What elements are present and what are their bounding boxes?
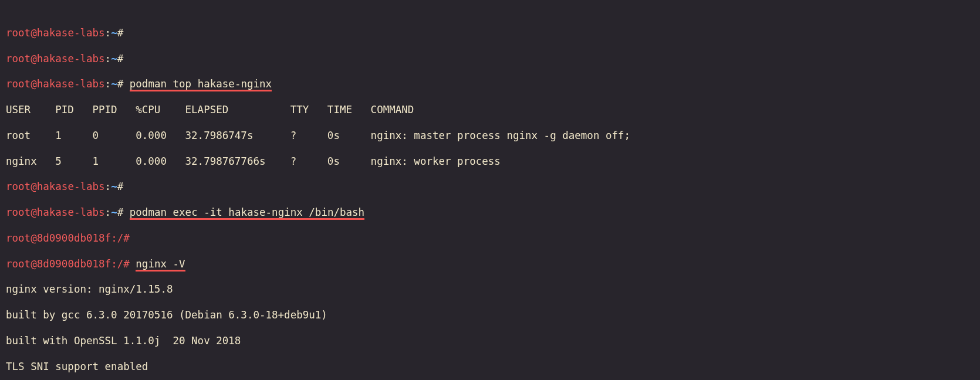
nginx-output: nginx version: nginx/1.15.8 (6, 283, 974, 296)
command-nginx-version: nginx -V (136, 258, 185, 272)
prompt-container: root@8d0900db018f:/# (6, 232, 130, 244)
command-line-nginx-v: root@8d0900db018f:/# nginx -V (6, 258, 974, 271)
command-line-exec: root@hakase-labs:~# podman exec -it haka… (6, 206, 974, 219)
prompt-path: ~ (111, 27, 117, 39)
prompt-user: root (6, 27, 31, 39)
nginx-output: built by gcc 6.3.0 20170516 (Debian 6.3.… (6, 309, 974, 322)
top-row: nginx 5 1 0.000 32.798767766s ? 0s nginx… (6, 155, 974, 168)
prompt-container-line: root@8d0900db018f:/# (6, 232, 974, 245)
nginx-output: TLS SNI support enabled (6, 361, 974, 374)
nginx-output: built with OpenSSL 1.1.0j 20 Nov 2018 (6, 335, 974, 348)
prompt-at: @ (31, 27, 37, 39)
prompt-line: root@hakase-labs:~# (6, 27, 974, 40)
command-podman-exec: podman exec -it hakase-nginx /bin/bash (130, 206, 364, 220)
prompt-colon: : (105, 27, 111, 39)
prompt-line: root@hakase-labs:~# (6, 53, 974, 66)
prompt-hash: # (117, 27, 124, 39)
prompt-line: root@hakase-labs:~# (6, 181, 974, 194)
top-row: root 1 0 0.000 32.7986747s ? 0s nginx: m… (6, 130, 974, 142)
top-header: USER PID PPID %CPU ELAPSED TTY TIME COMM… (6, 104, 974, 117)
prompt-host: hakase-labs (37, 27, 105, 39)
terminal-window[interactable]: root@hakase-labs:~# root@hakase-labs:~# … (0, 0, 980, 380)
command-podman-top: podman top hakase-nginx (130, 78, 272, 91)
command-line-top: root@hakase-labs:~# podman top hakase-ng… (6, 78, 974, 91)
